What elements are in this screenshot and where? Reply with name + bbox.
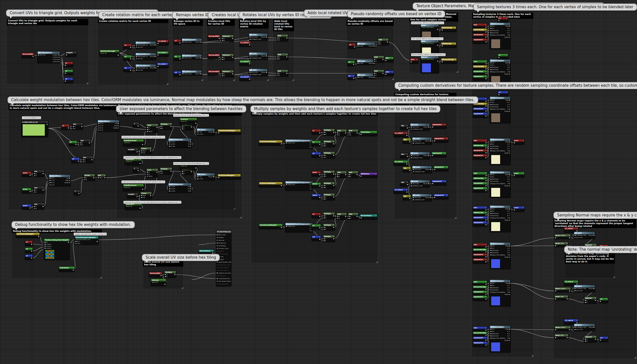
node-mf-vxm[interactable]: MF_VxM▾Vec2 (V2)Result2x2Matrix (V4) bbox=[249, 33, 268, 41]
node-colorvalue[interactable]: ColorValue▾ bbox=[59, 266, 75, 272]
node-multiply[interactable]: Multiply▾AB bbox=[323, 170, 335, 178]
node-v3-rot2x2[interactable]: v3_rot2x2▾ bbox=[157, 62, 169, 68]
node-ddxrotuv2[interactable]: ddxRotUV2▾ bbox=[432, 152, 446, 157]
node-add[interactable]: Add▾AB bbox=[336, 129, 347, 136]
node-c1[interactable]: c1▾ bbox=[61, 124, 70, 130]
node-comment-tag[interactable]: Exponent for weights to calculate tight/… bbox=[123, 201, 181, 204]
node-lerp[interactable]: Lerp▾ABAlpha bbox=[146, 168, 158, 178]
node-v3-rot2x2[interactable]: v3_rot2x2▾ bbox=[394, 188, 408, 194]
node-ddxrotuv3[interactable]: ddxRotUV3▾ bbox=[473, 336, 487, 342]
node-mask-r-g[interactable]: Mask ( R G )▾ bbox=[554, 234, 571, 239]
node-add[interactable]: Add▾AB bbox=[336, 171, 347, 178]
material-pin-ambient-occlusion[interactable]: Ambient Occlusion bbox=[216, 272, 231, 274]
node-ddyrotuv3[interactable]: ddyRotUV3▾ bbox=[473, 221, 487, 226]
node-mf-gain3[interactable]: MF_Gain3▾r (S)Resultx (V3) bbox=[196, 173, 215, 180]
node-mf-trianglegrid[interactable]: MF_TriangleGrid▾UVs (V2)weightsvertex1ve… bbox=[37, 51, 60, 63]
node-mf-hash[interactable]: MF_hash▾p (V2)Result bbox=[357, 42, 375, 48]
node-uv3[interactable]: UV3▾ bbox=[385, 70, 394, 76]
node-mf-vxm[interactable]: MF_VxM▾Vec2 (V2)Result2x2Matrix (V4) bbox=[412, 166, 432, 173]
node-ddxrotuv1[interactable]: ddxRotUV1▾ bbox=[473, 33, 487, 39]
node-mf-vxm[interactable]: MF_VxM▾Vec2 (V2)Result2x2Matrix (V4) bbox=[410, 180, 430, 187]
node-append[interactable]: Append▾AB bbox=[584, 336, 597, 342]
node-multiply[interactable]: Multiply▾AB bbox=[164, 271, 176, 278]
node-uv2[interactable]: UV2▾ bbox=[473, 60, 487, 66]
node-mf-hash[interactable]: MF_hash▾p (V2)Result bbox=[357, 60, 375, 65]
node-uvscale[interactable]: UVScale▾Param (S) bbox=[151, 279, 166, 286]
node-v3[interactable]: v3▾ bbox=[25, 254, 33, 260]
node-normal[interactable]: Normal▾Param Tex2D Object bbox=[420, 56, 439, 73]
node-n2[interactable]: n2▾ bbox=[312, 224, 321, 230]
node-c3[interactable]: c3▾ bbox=[71, 158, 80, 163]
node-1[interactable]: 1▾ bbox=[74, 190, 80, 195]
node-ddy[interactable]: ddy▾ bbox=[403, 138, 411, 144]
comment-bubble[interactable]: Create rotation matrix for each vertex I… bbox=[99, 12, 182, 19]
node-add[interactable]: Add▾AB bbox=[348, 171, 358, 178]
node-texture-sample[interactable]: Texture Sample▾UVsRGBTexRDDX(UVs)GDDY(UV… bbox=[490, 96, 511, 123]
node-mf-makecenuv[interactable]: MF_MakeCenUV▾vertex (V2)Result bbox=[182, 70, 202, 75]
node-subtract[interactable]: Subtract▾AB bbox=[222, 54, 234, 61]
node-v2-rot2x2[interactable]: v2_rot2x2▾ bbox=[394, 160, 408, 166]
node-ddxrotuv1[interactable]: ddxRotUV1▾ bbox=[432, 123, 446, 129]
node-texture-sample[interactable]: Texture Sample▾UVsRGBTexRDDX(UVs)GDDY(UV… bbox=[490, 280, 511, 306]
node-add[interactable]: Add▾AB bbox=[373, 70, 384, 76]
node-colorgainedweights[interactable]: colorGainedWeights▾ bbox=[259, 140, 283, 146]
node-dot[interactable]: Dot▾AB bbox=[82, 156, 93, 163]
node-v3[interactable]: v3▾ bbox=[123, 66, 132, 72]
node-ormtexobj[interactable]: ORMTexObj▾ bbox=[441, 42, 456, 48]
node-texture-sample[interactable]: Texture Sample▾UVsRGBTexRDDX(UVs)GDDY(UV… bbox=[490, 326, 511, 352]
node-ddyrotuv2[interactable]: ddyRotUV2▾ bbox=[473, 187, 487, 192]
node-multiply[interactable]: Multiply▾AB bbox=[323, 140, 335, 147]
node-texture-sample[interactable]: Texture Sample▾UVsRGBTexRDDX(UVs)GDDY(UV… bbox=[490, 242, 511, 269]
node-mf-vxm[interactable]: MF_VxM▾Vec2 (V2)Result2x2Matrix (V4) bbox=[410, 123, 430, 131]
node-dot[interactable]: Dot▾AB bbox=[72, 123, 83, 130]
node-texcoord-0[interactable]: TexCoord[0]▾ bbox=[207, 70, 221, 76]
node-texture-sample[interactable]: Texture Sample▾UVsRGBTexRDDX(UVs)GDDY(UV… bbox=[490, 22, 511, 49]
node-orm2[interactable]: orm2▾ bbox=[22, 188, 31, 193]
node-c3[interactable]: c3▾ bbox=[498, 91, 508, 96]
material-pin-base-color[interactable]: Base Color bbox=[216, 234, 231, 236]
node-v1-rot2x2[interactable]: v1_rot2x2▾ bbox=[157, 40, 169, 45]
node-multiply[interactable]: Multiply▾AB bbox=[323, 129, 335, 136]
node-ddxrotuv3[interactable]: ddxRotUV3▾ bbox=[473, 107, 487, 113]
node-multiply[interactable]: Multiply▾AB bbox=[160, 123, 172, 130]
node-produce-debug-hex-weight-colors[interactable]: Produce Debug Hex Weight Colors▾Wvertex1… bbox=[44, 238, 70, 260]
node-dot[interactable]: Dot▾AB bbox=[80, 139, 91, 146]
node-v3[interactable]: v3▾ bbox=[64, 78, 73, 83]
node-ddyrotuv3[interactable]: ddyRotUV3▾ bbox=[434, 194, 448, 199]
node-mf-localrot2x2[interactable]: MF_LocalRot2x2▾rotStrength (S)Resultids … bbox=[135, 53, 156, 60]
node-exponent[interactable]: Exponent▾Param (S) bbox=[125, 158, 141, 165]
node-rotationstrength[interactable]: RotationStrength▾Param (S) bbox=[100, 50, 119, 57]
node-normaltexobj[interactable]: NormalTexObj▾ bbox=[473, 248, 487, 254]
node-orm1[interactable]: orm1▾ bbox=[22, 172, 31, 177]
node-orm2[interactable]: orm2▾ bbox=[312, 182, 321, 188]
node-mf-localrot2x2[interactable]: MF_LocalRot2x2▾rotStrength (S)Resultids … bbox=[135, 41, 156, 49]
node-mf-gain3[interactable]: MF_Gain3▾r (S)Resultx (V3) bbox=[196, 128, 215, 136]
node-c3[interactable]: c3▾ bbox=[312, 152, 321, 158]
node-appendmany[interactable]: AppendMany▾R (S)RGG (S)RGBB (S)RGBAA (S) bbox=[98, 120, 119, 132]
node-breakoutfloat3components[interactable]: BreakOutFloat3Components▾Float3 (V3)RGB bbox=[285, 181, 313, 190]
node-ddyrotuv1[interactable]: ddyRotUV1▾ bbox=[473, 38, 487, 44]
node-add[interactable]: Add▾AB bbox=[277, 70, 288, 76]
node-v2[interactable]: v2▾ bbox=[347, 61, 355, 66]
node-colorvalue[interactable]: ColorValue▾ bbox=[360, 131, 377, 136]
node-comment-tag[interactable]: Luminance/Weights bbox=[22, 116, 41, 119]
node-texcoord-0[interactable]: TexCoord[0]▾ bbox=[207, 35, 221, 40]
node-mf-vxm[interactable]: MF_VxM▾Vec2 (V2)Result2x2Matrix (V4) bbox=[410, 152, 430, 159]
node-ddxrotuv3[interactable]: ddxRotUV3▾ bbox=[473, 216, 487, 222]
node-multiply[interactable]: Multiply▾AB bbox=[323, 182, 335, 189]
node-add[interactable]: Add▾AB bbox=[348, 129, 358, 136]
node-ormgainedweights[interactable]: ormGainedWeights▾ bbox=[218, 174, 241, 180]
node-ormtexobj[interactable]: ORMTexObj▾ bbox=[473, 144, 487, 150]
node-uv1[interactable]: UV1▾ bbox=[473, 23, 487, 29]
node-dot[interactable]: Dot▾AB bbox=[33, 186, 44, 193]
node-ddyrotuv3[interactable]: ddyRotUV3▾ bbox=[473, 112, 487, 118]
node-v1[interactable]: v1▾ bbox=[348, 43, 356, 49]
comment-bubble[interactable]: Mulitply samples by weights and then add… bbox=[250, 105, 441, 112]
node-v2-rot2x2[interactable]: v2_rot2x2▾ bbox=[157, 51, 169, 57]
node-comment-tag[interactable]: Contrast for texture driven modulation b… bbox=[121, 180, 165, 183]
material-pin-pixel-depth-offset[interactable]: Pixel Depth Offset bbox=[216, 280, 231, 283]
material-pin-roughness[interactable]: Roughness bbox=[216, 242, 231, 244]
node-uv2[interactable]: UV2▾ bbox=[385, 57, 394, 62]
node-v1-rot2x2[interactable]: v1_rot2x2▾ bbox=[239, 41, 251, 47]
node-orm3[interactable]: orm3▾ bbox=[513, 206, 525, 212]
